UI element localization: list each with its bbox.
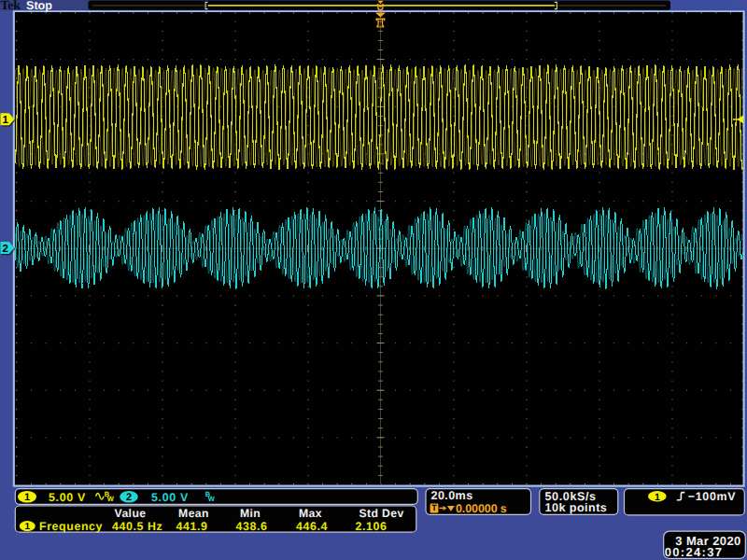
svg-text:1: 1 bbox=[2, 115, 8, 126]
svg-text:Mean: Mean bbox=[178, 507, 209, 520]
svg-text:Frequency: Frequency bbox=[39, 520, 103, 533]
svg-text:T: T bbox=[431, 503, 437, 512]
svg-text:Stop: Stop bbox=[26, 0, 52, 12]
svg-text:Std Dev: Std Dev bbox=[359, 507, 403, 520]
svg-text:1: 1 bbox=[655, 492, 660, 503]
svg-text:0.00000 s: 0.00000 s bbox=[456, 502, 507, 515]
svg-text:1: 1 bbox=[24, 492, 30, 503]
svg-text:00:24:37: 00:24:37 bbox=[665, 545, 723, 559]
svg-text:446.4: 446.4 bbox=[296, 520, 328, 533]
svg-text:10k points: 10k points bbox=[545, 501, 608, 514]
svg-text:5.00 V: 5.00 V bbox=[151, 491, 189, 504]
svg-text:20.0ms: 20.0ms bbox=[431, 489, 473, 502]
svg-text:2.106: 2.106 bbox=[356, 520, 388, 533]
svg-text:Min: Min bbox=[240, 507, 261, 520]
svg-text:W: W bbox=[107, 495, 115, 503]
svg-text:440.5 Hz: 440.5 Hz bbox=[112, 520, 162, 533]
svg-text:2: 2 bbox=[126, 492, 132, 503]
svg-text:W: W bbox=[208, 495, 216, 503]
svg-text:441.9: 441.9 bbox=[176, 520, 208, 533]
svg-text:Tek: Tek bbox=[1, 0, 21, 13]
svg-text:1: 1 bbox=[25, 522, 31, 532]
svg-text:2: 2 bbox=[2, 244, 7, 255]
svg-text:5.00 V: 5.00 V bbox=[49, 491, 86, 504]
svg-text:−100mV: −100mV bbox=[688, 490, 736, 503]
svg-text:438.6: 438.6 bbox=[236, 520, 268, 533]
svg-text:Max: Max bbox=[299, 507, 322, 520]
svg-text:Value: Value bbox=[115, 507, 147, 520]
